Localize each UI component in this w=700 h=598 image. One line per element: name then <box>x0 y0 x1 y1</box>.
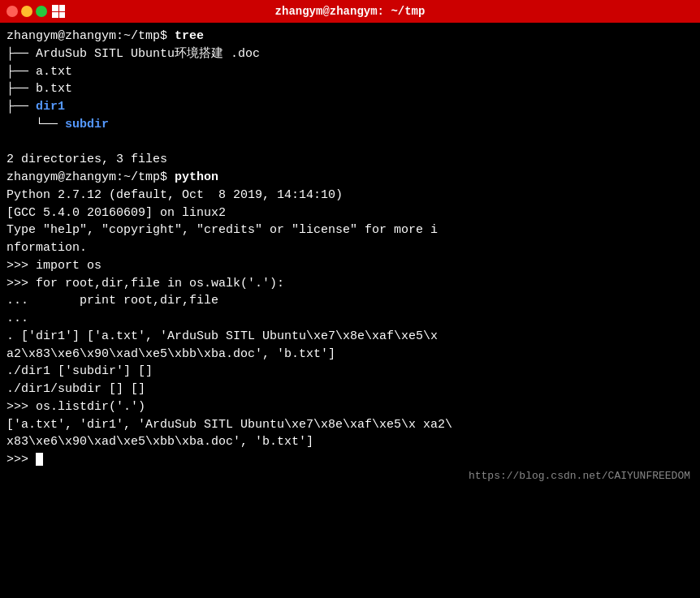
tree-line-2: ├── a.txt <box>6 63 694 81</box>
window-controls[interactable] <box>0 6 47 17</box>
terminal-window: zhangym@zhangym: ~/tmp zhangym@zhangym:~… <box>0 0 700 598</box>
help-info-1: Type "help", "copyright", "credits" or "… <box>6 222 694 239</box>
listdir-out-1: ['a.txt', 'dir1', 'ArduSub SITL Ubuntu\x… <box>6 416 694 434</box>
repl-dots: ... <box>6 310 694 328</box>
title-bar: zhangym@zhangym: ~/tmp <box>0 0 700 23</box>
blank-line <box>6 134 694 152</box>
walk-out-2: a2\x83\xe6\x90\xad\xe5\xbb\xba.doc', 'b.… <box>6 346 694 364</box>
maximize-button[interactable] <box>36 6 47 17</box>
close-button[interactable] <box>6 6 18 17</box>
repl-listdir: >>> os.listdir('.') <box>6 398 694 416</box>
command: tree <box>175 29 204 43</box>
dir-count: 2 directories, 3 files <box>6 151 694 169</box>
help-info-2: nformation. <box>6 239 694 257</box>
minimize-button[interactable] <box>21 6 32 17</box>
terminal-body[interactable]: zhangym@zhangym:~/tmp$ tree ├── ArduSub … <box>0 23 700 598</box>
walk-out-1: . ['dir1'] ['a.txt', 'ArduSub SITL Ubunt… <box>6 328 694 346</box>
grid-icon <box>52 5 65 18</box>
tree-line-3: ├── b.txt <box>6 80 694 98</box>
walk-out-3: ./dir1 ['subdir'] [] <box>6 363 694 381</box>
listdir-out-2: x83\xe6\x90\xad\xe5\xbb\xba.doc', 'b.txt… <box>6 433 694 451</box>
tree-line-1: ├── ArduSub SITL Ubuntu环境搭建 .doc <box>6 45 694 63</box>
repl-final[interactable]: >>> <box>6 451 694 469</box>
tree-line-4: ├── dir1 <box>6 98 694 116</box>
line-1: zhangym@zhangym:~/tmp$ tree <box>6 28 694 45</box>
tree-line-5: └── subdir <box>6 116 694 134</box>
python-version: Python 2.7.12 (default, Oct 8 2019, 14:1… <box>6 187 694 204</box>
window-title: zhangym@zhangym: ~/tmp <box>275 5 426 18</box>
repl-for: >>> for root,dir,file in os.walk('.'): <box>6 275 694 293</box>
cursor <box>36 453 43 466</box>
gcc-info: [GCC 5.4.0 20160609] on linux2 <box>6 204 694 222</box>
repl-print: ... print root,dir,file <box>6 292 694 310</box>
repl-import: >>> import os <box>6 257 694 275</box>
prompt: zhangym@zhangym:~/tmp$ <box>6 29 175 43</box>
line-python: zhangym@zhangym:~/tmp$ python <box>6 169 694 187</box>
walk-out-4: ./dir1/subdir [] [] <box>6 381 694 398</box>
footer-url: https://blog.csdn.net/CAIYUNFREEDOM <box>6 469 694 486</box>
